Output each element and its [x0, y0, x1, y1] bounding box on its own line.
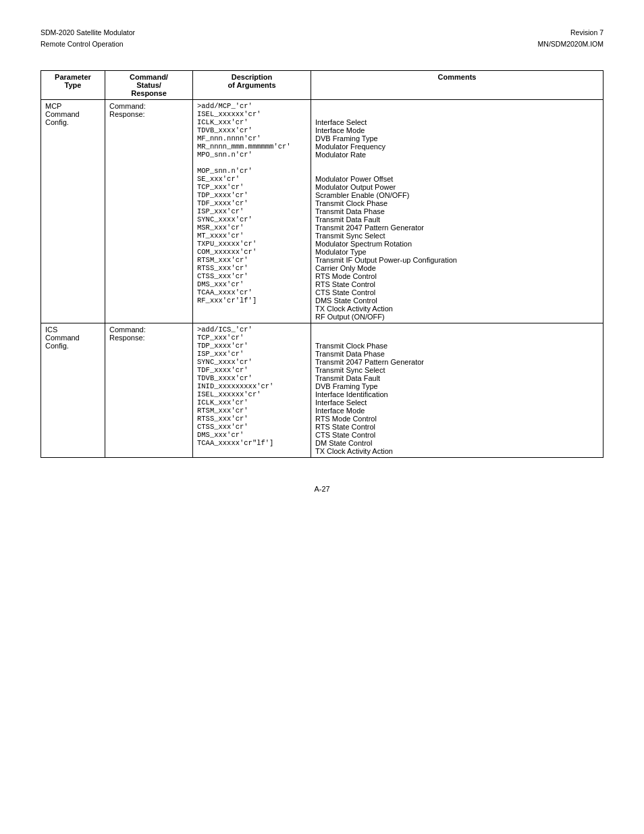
command-cell: Command:Response:: [105, 323, 193, 457]
header-left: SDM-2020 Satellite Modulator Remote Cont…: [41, 27, 135, 50]
param-cell: ICSCommandConfig.: [41, 323, 105, 457]
header-subtitle: Remote Control Operation: [41, 38, 135, 50]
comments-cell: Transmit Clock PhaseTransmit Data PhaseT…: [311, 323, 603, 457]
header-docnum: MN/SDM2020M.IOM: [538, 38, 603, 50]
col-header-command: Command/Status/Response: [105, 70, 193, 99]
page-number: A-27: [314, 485, 329, 493]
comments-cell: Interface SelectInterface ModeDVB Framin…: [311, 99, 603, 323]
main-table: ParameterType Command/Status/Response De…: [41, 70, 603, 458]
table-row: ICSCommandConfig.Command:Response:>add/I…: [41, 323, 603, 457]
description-cell: >add/ICS_'cr'TCP_xxx'cr'TDP_xxxx'cr'ISP_…: [193, 323, 311, 457]
header-title: SDM-2020 Satellite Modulator: [41, 27, 135, 38]
page-footer: A-27: [41, 485, 603, 493]
table-row: MCPCommandConfig.Command:Response:>add/M…: [41, 99, 603, 323]
col-header-param: ParameterType: [41, 70, 105, 99]
param-cell: MCPCommandConfig.: [41, 99, 105, 323]
page-header: SDM-2020 Satellite Modulator Remote Cont…: [41, 27, 603, 50]
description-cell: >add/MCP_'cr'ISEL_xxxxxx'cr'ICLK_xxx'cr'…: [193, 99, 311, 323]
col-header-description: Descriptionof Arguments: [193, 70, 311, 99]
header-revision: Revision 7: [538, 27, 603, 38]
table-header-row: ParameterType Command/Status/Response De…: [41, 70, 603, 99]
command-cell: Command:Response:: [105, 99, 193, 323]
header-right: Revision 7 MN/SDM2020M.IOM: [538, 27, 603, 50]
col-header-comments: Comments: [311, 70, 603, 99]
